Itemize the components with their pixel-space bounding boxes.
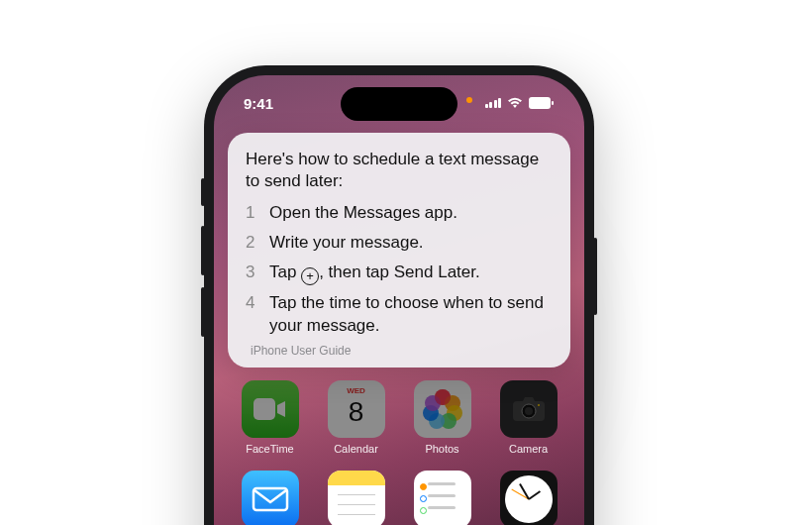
camera-icon <box>500 380 558 438</box>
app-facetime[interactable]: FaceTime <box>238 380 302 455</box>
volume-up-button <box>201 226 205 275</box>
step-item: 1 Open the Messages app. <box>246 202 553 225</box>
svg-rect-2 <box>254 398 275 420</box>
step-item: 3 Tap +, then tap Send Later. <box>246 262 553 285</box>
app-calendar[interactable]: WED 8 Calendar <box>324 380 388 455</box>
step-number: 4 <box>246 292 259 338</box>
dynamic-island <box>341 87 457 121</box>
wifi-icon <box>507 97 523 109</box>
step-number: 1 <box>246 202 259 225</box>
svg-rect-7 <box>254 488 287 510</box>
step-number: 2 <box>246 232 259 255</box>
cellular-signal-icon <box>485 98 502 108</box>
clock-icon <box>500 471 558 525</box>
card-title: Here's how to schedule a text message to… <box>246 149 553 192</box>
svg-point-5 <box>525 407 533 415</box>
app-label: Photos <box>425 443 458 455</box>
siri-suggestion-card[interactable]: Here's how to schedule a text message to… <box>228 133 570 368</box>
step-text: Write your message. <box>269 232 553 255</box>
step-item: 4 Tap the time to choose when to send yo… <box>246 292 553 338</box>
app-label: FaceTime <box>246 443 294 455</box>
app-mail[interactable]: Mail <box>238 471 302 525</box>
step-number: 3 <box>246 262 259 285</box>
mail-icon <box>242 471 299 525</box>
app-notes[interactable]: Notes <box>324 471 388 525</box>
app-clock[interactable]: Clock <box>496 471 560 525</box>
battery-icon <box>529 97 555 109</box>
side-button <box>201 178 205 206</box>
instruction-steps: 1 Open the Messages app. 2 Write your me… <box>246 202 553 337</box>
privacy-indicator-dot <box>466 97 472 103</box>
iphone-screen: 9:41 Here's how to schedule a text messa… <box>214 75 584 525</box>
iphone-frame: 9:41 Here's how to schedule a text messa… <box>204 65 594 525</box>
svg-point-6 <box>538 404 540 406</box>
card-source: iPhone User Guide <box>246 344 553 358</box>
svg-rect-0 <box>529 97 551 109</box>
status-time: 9:41 <box>244 95 273 112</box>
reminders-icon <box>414 471 471 525</box>
app-reminders[interactable]: Reminders <box>410 471 474 525</box>
volume-down-button <box>201 287 205 337</box>
step-text: Tap the time to choose when to send your… <box>269 292 553 338</box>
app-photos[interactable]: Photos <box>410 380 474 455</box>
svg-rect-1 <box>552 101 554 105</box>
app-camera[interactable]: Camera <box>496 380 560 455</box>
app-label: Camera <box>509 443 548 455</box>
step-text: Open the Messages app. <box>269 202 553 225</box>
facetime-icon <box>242 380 299 438</box>
plus-circle-icon: + <box>301 267 319 285</box>
calendar-icon: WED 8 <box>328 380 385 438</box>
power-button <box>593 238 597 315</box>
app-label: Calendar <box>334 443 378 455</box>
photos-icon <box>414 380 471 438</box>
source-label: iPhone User Guide <box>251 344 351 358</box>
step-item: 2 Write your message. <box>246 232 553 255</box>
notes-icon <box>328 471 385 525</box>
step-text: Tap +, then tap Send Later. <box>269 262 553 285</box>
home-screen-apps: FaceTime WED 8 Calendar <box>238 380 560 525</box>
